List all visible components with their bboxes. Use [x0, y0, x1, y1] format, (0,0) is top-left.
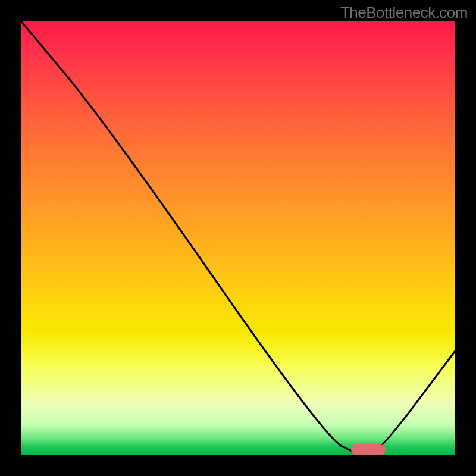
chart-plot-area: [21, 21, 455, 455]
optimal-range-marker: [351, 444, 386, 455]
bottleneck-curve: [21, 21, 455, 455]
attribution-text: TheBottleneck.com: [340, 4, 468, 22]
